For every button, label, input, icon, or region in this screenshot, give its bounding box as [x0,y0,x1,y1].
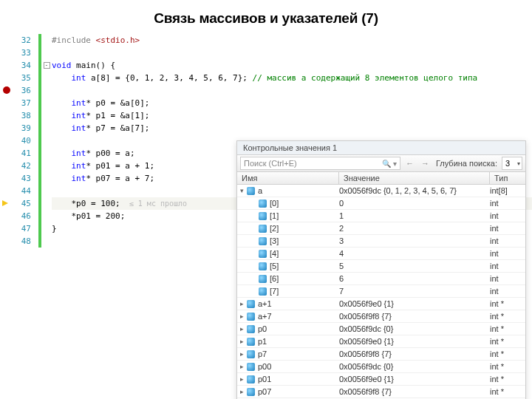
code-line[interactable]: #include <stdio.h> [52,34,532,47]
watch-value-cell: 3 [339,236,490,245]
line-number: 36 [0,84,31,97]
watch-row[interactable]: ▸p010x0056f9e0 {1}int * [237,373,525,386]
variable-icon [247,375,255,383]
variable-icon [259,212,267,220]
fold-toggle[interactable]: - [44,62,50,69]
watch-name-cell: ▸p00 [237,362,339,371]
var-name: [2] [270,224,279,233]
watch-name-cell: [3] [237,236,339,245]
watch-row[interactable]: ▸a+10x0056f9e0 {1}int * [237,298,525,310]
watch-row[interactable]: [4]4int [237,248,525,260]
watch-row[interactable]: ▾a0x0056f9dc {0, 1, 2, 3, 4, 5, 6, 7}int… [237,185,525,197]
watch-type-cell: int [490,249,525,258]
watch-value-cell: 0x0056f9f8 {7} [339,349,490,358]
watch-name-cell: ▸p01 [237,375,339,383]
var-name: a+7 [258,312,272,321]
watch-type-cell: int * [490,387,525,396]
current-line-arrow-icon [2,200,8,206]
watch-row[interactable]: [2]2int [237,222,525,235]
line-number: 37 [0,97,31,109]
code-line[interactable]: int a[8] = {0, 1, 2, 3, 4, 5, 6, 7}; // … [52,72,532,84]
expander-icon[interactable]: ▸ [239,376,245,383]
expander-icon [239,263,245,270]
depth-select[interactable]: 3 [502,157,522,170]
code-line[interactable]: int* p0 = &a[0]; [52,97,532,109]
col-header-type[interactable]: Тип [490,172,525,184]
fold-cell [41,185,52,197]
fold-cell [41,222,52,235]
code-line[interactable] [52,84,532,97]
expander-icon [239,288,245,295]
expander-icon [239,250,245,257]
line-number: 35 [0,72,31,84]
var-name: [3] [270,236,279,245]
watch-type-cell: int [490,199,525,208]
breakpoint-icon[interactable] [3,86,10,94]
watch-row[interactable]: [5]5int [237,260,525,273]
nav-forward-button[interactable]: → [419,159,432,168]
watch-type-cell: int [490,224,525,233]
watch-type-cell: int * [490,324,525,333]
line-number-gutter: 3233343536373839404142434445464748 [0,34,38,248]
watch-name-cell: ▾a [237,186,339,195]
watch-row[interactable]: ▸p070x0056f9f8 {7}int * [237,386,525,398]
watch-name-cell: [7] [237,287,339,296]
expander-icon[interactable]: ▸ [239,326,245,332]
col-header-name[interactable]: Имя [237,172,339,184]
expander-icon[interactable]: ▸ [239,338,245,345]
watch-type-cell: int * [490,299,525,308]
watch-row[interactable]: ▸a+70x0056f9f8 {7}int * [237,310,525,323]
watch-search-input[interactable]: Поиск (Ctrl+E) 🔍 ▾ [240,157,400,170]
watch-row[interactable]: ▸p10x0056f9e0 {1}int * [237,335,525,348]
variable-icon [247,363,255,371]
col-header-value[interactable]: Значение [339,172,490,184]
watch-type-cell: int [490,211,525,220]
watch-type-cell: int * [490,362,525,371]
code-line[interactable]: void main() { [52,59,532,72]
watch-value-cell: 0 [339,199,490,208]
line-number: 38 [0,109,31,122]
watch-row[interactable]: ▸p00x0056f9dc {0}int * [237,323,525,335]
watch-row[interactable]: [6]6int [237,273,525,285]
watch-name-cell: ▸a+7 [237,312,339,321]
fold-cell [41,147,52,160]
watch-row[interactable]: [0]0int [237,197,525,210]
fold-cell [41,210,52,222]
var-name: [5] [270,262,279,270]
watch-value-cell: 0x0056f9f8 {7} [339,312,490,321]
expander-icon[interactable]: ▸ [239,389,245,395]
watch-name-cell: ▸p7 [237,349,339,358]
watch-row[interactable]: [1]1int [237,210,525,222]
watch-type-cell: int [490,262,525,270]
variable-icon [247,300,255,308]
fold-cell [41,134,52,147]
watch-row[interactable]: ▸p000x0056f9dc {0}int * [237,361,525,373]
expander-icon[interactable]: ▸ [239,301,245,307]
watch-value-cell: 6 [339,274,490,283]
watch-value-cell: 0x0056f9f8 {7} [339,387,490,396]
expander-icon[interactable]: ▸ [239,364,245,370]
watch-type-cell: int * [490,337,525,346]
expander-icon [239,225,245,232]
nav-back-button[interactable]: ← [403,159,416,168]
watch-row[interactable]: [3]3int [237,235,525,248]
expander-icon[interactable]: ▸ [239,313,245,320]
expander-icon [239,213,245,219]
watch-name-cell: [6] [237,274,339,283]
watch-name-cell: ▸a+1 [237,299,339,308]
watch-panel-title: Контрольные значения 1 [237,141,525,155]
variable-icon [247,350,255,358]
code-line[interactable]: int* p7 = &a[7]; [52,122,532,134]
watch-type-cell: int [490,287,525,296]
watch-row[interactable]: [7]7int [237,285,525,298]
expander-icon[interactable]: ▾ [239,188,245,194]
fold-cell [41,97,52,109]
expander-icon[interactable]: ▸ [239,351,245,358]
watch-row[interactable]: ▸p70x0056f9f8 {7}int * [237,348,525,361]
code-line[interactable]: int* p1 = &a[1]; [52,109,532,122]
line-number: 42 [0,160,31,172]
variable-icon [259,250,267,258]
code-line[interactable] [52,47,532,59]
expander-icon [239,200,245,207]
fold-cell [41,84,52,97]
